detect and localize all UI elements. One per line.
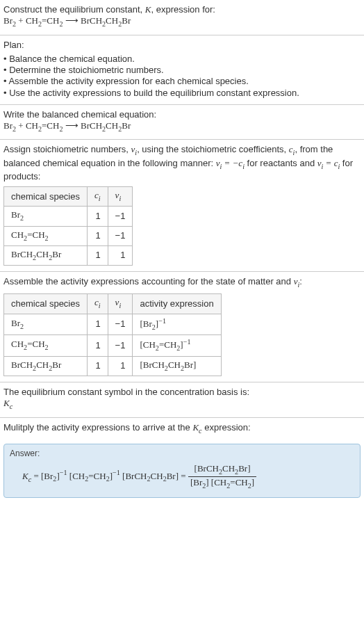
prompt-text-1: Construct the equilibrium constant, <box>3 4 145 15</box>
table-header-row: chemical species ci νi <box>4 187 133 207</box>
reaction-equation-2: Br2 + CH2=CH2 ⟶ BrCH2CH2Br <box>3 120 131 131</box>
plan-heading: Plan: <box>3 40 361 51</box>
Kc-symbol: Kc <box>3 398 13 408</box>
col-species: chemical species <box>4 187 88 207</box>
stoich-table: chemical species ci νi Br21−1 CH2=CH21−1… <box>3 186 133 266</box>
table-header-row: chemical species ci νi activity expressi… <box>4 294 222 314</box>
balanced-eqn-section: Write the balanced chemical equation: Br… <box>0 105 364 140</box>
kc-symbol-section: The equilibrium constant symbol in the c… <box>0 382 364 417</box>
plan-item: Assemble the activity expression for eac… <box>3 76 361 87</box>
plan-item: Balance the chemical equation. <box>3 54 361 65</box>
answer-label: Answer: <box>10 449 354 459</box>
balanced-heading: Write the balanced chemical equation: <box>3 109 361 120</box>
prompt-text-2: , expression for: <box>151 4 215 15</box>
plan-item: Determine the stoichiometric numbers. <box>3 65 361 76</box>
activity-section: Assemble the activity expressions accoun… <box>0 272 364 382</box>
activity-table: chemical species ci νi activity expressi… <box>3 293 222 376</box>
multiply-section: Mulitply the activity expressions to arr… <box>0 418 364 441</box>
plan-section: Plan: Balance the chemical equation. Det… <box>0 35 364 104</box>
col-nu: νi <box>108 187 133 207</box>
reaction-equation-1: Br2 + CH2=CH2 ⟶ BrCH2CH2Br <box>3 15 131 26</box>
table-row: BrCH2CH2Br11[BrCH2CH2Br] <box>4 356 222 376</box>
table-row: Br21−1[Br2]−1 <box>4 314 222 335</box>
table-row: CH2=CH21−1 <box>4 226 133 245</box>
col-c: ci <box>88 187 108 207</box>
answer-box: Answer: Kc = [Br2]−1 [CH2=CH2]−1 [BrCH2C… <box>3 444 361 499</box>
table-row: CH2=CH21−1[CH2=CH2]−1 <box>4 335 222 357</box>
stoich-explain-section: Assign stoichiometric numbers, νi, using… <box>0 140 364 271</box>
table-row: BrCH2CH2Br11 <box>4 245 133 265</box>
fraction: [BrCH2CH2Br][Br2] [CH2=CH2] <box>188 463 256 491</box>
plan-list: Balance the chemical equation. Determine… <box>3 54 361 99</box>
plan-item: Use the activity expressions to build th… <box>3 88 361 99</box>
prompt-section: Construct the equilibrium constant, K, e… <box>0 0 364 35</box>
table-row: Br21−1 <box>4 207 133 226</box>
answer-equation: Kc = [Br2]−1 [CH2=CH2]−1 [BrCH2CH2Br] = … <box>22 463 354 491</box>
nu-i: νi <box>131 144 138 154</box>
